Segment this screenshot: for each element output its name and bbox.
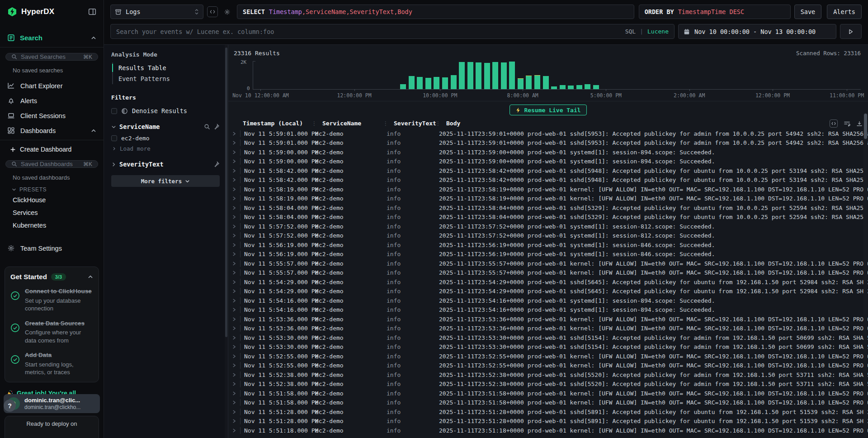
- saved-searches-field[interactable]: [21, 53, 80, 60]
- log-row[interactable]: Nov 11 5:58:04.000 PM ec2-demo info 2025…: [228, 203, 868, 213]
- sql-toggle[interactable]: SQL: [625, 28, 636, 35]
- expand-row-chevron-icon[interactable]: [228, 298, 240, 303]
- log-row[interactable]: Nov 11 5:55:57.000 PM ec2-demo info 2025…: [228, 268, 868, 278]
- get-started-item[interactable]: Connect to ClickHouse Set up your databa…: [10, 287, 93, 313]
- date-range-picker[interactable]: Nov 10 00:00:00 - Nov 13 00:00:00: [678, 24, 836, 39]
- log-row[interactable]: Nov 11 5:54:16.000 PM ec2-demo info 2025…: [228, 305, 868, 315]
- histogram-bar[interactable]: [442, 77, 448, 89]
- expand-row-chevron-icon[interactable]: [228, 326, 240, 331]
- expand-row-chevron-icon[interactable]: [228, 428, 240, 433]
- saved-searches-input[interactable]: ⌘K: [5, 53, 98, 61]
- sidebar-item-kubernetes-preset[interactable]: Kubernetes: [0, 219, 104, 232]
- create-dashboard-button[interactable]: Create Dashboard: [0, 140, 104, 155]
- histogram-bar[interactable]: [593, 85, 599, 89]
- alerts-button[interactable]: Alerts: [827, 5, 862, 19]
- log-row[interactable]: Nov 11 5:57:52.000 PM ec2-demo info 2025…: [228, 231, 868, 241]
- select-columns-input[interactable]: SELECTTimestamp,ServiceName,SeverityText…: [237, 5, 634, 19]
- lucene-search-field[interactable]: [116, 28, 621, 35]
- log-row[interactable]: Nov 11 5:51:18.000 PM ec2-demo info 2025…: [228, 426, 868, 435]
- tab-results-table[interactable]: Results Table: [113, 62, 220, 73]
- expand-row-chevron-icon[interactable]: [228, 409, 240, 414]
- log-row[interactable]: Nov 11 5:53:36.000 PM ec2-demo info 2025…: [228, 324, 868, 333]
- denoise-checkbox[interactable]: [111, 108, 117, 114]
- filter-search-icon[interactable]: [204, 124, 210, 130]
- log-row[interactable]: Nov 11 5:52:38.000 PM ec2-demo info 2025…: [228, 380, 868, 389]
- deploy-teaser-card[interactable]: Ready to deploy on: [5, 416, 99, 438]
- histogram-bar[interactable]: [451, 75, 457, 89]
- log-row[interactable]: Nov 11 5:53:30.000 PM ec2-demo info 2025…: [228, 343, 868, 352]
- column-severitytext[interactable]: ⋮SeverityText: [389, 120, 442, 127]
- sidebar-item-search[interactable]: Search: [0, 29, 104, 48]
- expand-row-chevron-icon[interactable]: [228, 372, 240, 377]
- scrollbar-thumb[interactable]: [864, 114, 867, 139]
- histogram-bar[interactable]: [492, 62, 498, 89]
- filter-group-severitytext[interactable]: SeverityText: [111, 161, 220, 168]
- expand-row-chevron-icon[interactable]: [228, 196, 240, 201]
- load-more-button[interactable]: Load more: [112, 145, 220, 152]
- log-row[interactable]: Nov 11 5:54:29.000 PM ec2-demo info 2025…: [228, 287, 868, 296]
- histogram-bar[interactable]: [585, 84, 590, 89]
- sidebar-item-team-settings[interactable]: Team Settings: [0, 241, 104, 256]
- column-servicename[interactable]: ⋮ServiceName: [318, 120, 389, 127]
- filters-scrollbar[interactable]: [225, 45, 228, 438]
- source-select[interactable]: Logs: [110, 5, 203, 19]
- more-filters-button[interactable]: More filters: [111, 175, 220, 187]
- histogram-bar[interactable]: [501, 62, 507, 89]
- expand-row-chevron-icon[interactable]: [228, 419, 240, 424]
- histogram-bar[interactable]: [560, 85, 566, 89]
- expand-row-chevron-icon[interactable]: [228, 363, 240, 368]
- histogram-bar[interactable]: [551, 86, 557, 89]
- histogram-bar[interactable]: [484, 63, 490, 89]
- log-row[interactable]: Nov 11 5:53:30.000 PM ec2-demo info 2025…: [228, 333, 868, 343]
- sidebar-item-client-sessions[interactable]: Client Sessions: [0, 108, 104, 123]
- log-row[interactable]: Nov 11 5:58:19.000 PM ec2-demo info 2025…: [228, 194, 868, 204]
- column-resize-handle[interactable]: ⋮: [383, 120, 388, 127]
- column-timestamp[interactable]: Timestamp (Local): [243, 120, 318, 127]
- log-row[interactable]: Nov 11 5:56:19.000 PM ec2-demo info 2025…: [228, 240, 868, 250]
- log-row[interactable]: Nov 11 5:52:38.000 PM ec2-demo info 2025…: [228, 370, 868, 380]
- expand-row-chevron-icon[interactable]: [228, 335, 240, 340]
- save-button[interactable]: Save: [794, 5, 822, 19]
- histogram-bar[interactable]: [409, 76, 415, 89]
- expand-row-chevron-icon[interactable]: [228, 205, 240, 210]
- expand-row-chevron-icon[interactable]: [228, 317, 240, 322]
- sidebar-item-dashboards[interactable]: Dashboards: [0, 123, 104, 138]
- expand-row-chevron-icon[interactable]: [228, 224, 240, 229]
- log-row[interactable]: Nov 11 5:52:55.000 PM ec2-demo info 2025…: [228, 361, 868, 371]
- histogram-bar[interactable]: [467, 62, 473, 89]
- column-body[interactable]: ⋮Body: [442, 120, 868, 127]
- histogram-bar[interactable]: [568, 86, 574, 89]
- expand-row-chevron-icon[interactable]: [228, 354, 240, 359]
- sidebar-item-services-preset[interactable]: Services: [0, 206, 104, 219]
- lucene-toggle[interactable]: Lucene: [647, 28, 669, 35]
- log-row[interactable]: Nov 11 5:59:01.000 PM ec2-demo info 2025…: [228, 138, 868, 148]
- collapse-sidebar-icon[interactable]: [88, 8, 96, 16]
- download-icon[interactable]: [856, 120, 863, 127]
- filter-group-servicename[interactable]: ServiceName: [111, 123, 220, 130]
- expand-row-chevron-icon[interactable]: [228, 344, 240, 349]
- event-search-input[interactable]: SQL | Lucene: [110, 24, 675, 39]
- expand-row-chevron-icon[interactable]: [228, 243, 240, 248]
- help-button[interactable]: ?: [4, 400, 16, 412]
- log-row[interactable]: Nov 11 5:59:00.000 PM ec2-demo info 2025…: [228, 148, 868, 157]
- ec2-demo-checkbox[interactable]: [111, 135, 117, 141]
- log-row[interactable]: Nov 11 5:59:01.000 PM ec2-demo info 2025…: [228, 129, 868, 138]
- column-resize-handle[interactable]: ⋮: [311, 120, 317, 127]
- histogram-bar[interactable]: [400, 84, 406, 89]
- user-menu[interactable]: D dominic.tran@clic... dominic.tran@clic…: [4, 394, 100, 413]
- histogram-bar[interactable]: [543, 76, 549, 89]
- histogram-bar[interactable]: [434, 77, 439, 89]
- log-row[interactable]: Nov 11 5:56:19.000 PM ec2-demo info 2025…: [228, 250, 868, 259]
- histogram-bar[interactable]: [425, 78, 431, 89]
- log-row[interactable]: Nov 11 5:57:52.000 PM ec2-demo info 2025…: [228, 222, 868, 231]
- histogram-bar[interactable]: [534, 75, 540, 89]
- table-source-code-icon[interactable]: [830, 119, 838, 128]
- expand-row-chevron-icon[interactable]: [228, 150, 240, 155]
- histogram-bar[interactable]: [476, 62, 481, 89]
- order-by-input[interactable]: ORDER BYTimestampTime DESC: [639, 5, 791, 19]
- expand-row-chevron-icon[interactable]: [228, 214, 240, 219]
- log-row[interactable]: Nov 11 5:55:57.000 PM ec2-demo info 2025…: [228, 259, 868, 268]
- expand-row-chevron-icon[interactable]: [228, 177, 240, 182]
- log-row[interactable]: Nov 11 5:54:29.000 PM ec2-demo info 2025…: [228, 277, 868, 287]
- column-resize-handle[interactable]: ⋮: [435, 120, 441, 127]
